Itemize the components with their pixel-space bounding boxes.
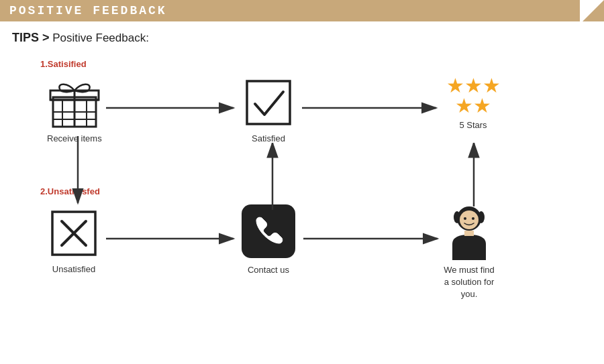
satisfied-icon-box: Satisfied <box>242 76 295 143</box>
solution-caption: We must finda solution foryou. <box>444 264 495 301</box>
five-stars-caption: 5 Stars <box>459 120 487 130</box>
main-content: 1.Satisified 2.Unsatisfsfed <box>0 49 604 344</box>
star-2: ★ <box>464 76 483 96</box>
phone-icon <box>239 202 298 261</box>
arrow-receive-to-satisfied <box>106 101 240 115</box>
arrow-receive-to-unsatisfied <box>71 136 85 210</box>
svg-point-14 <box>454 211 460 223</box>
x-box-icon <box>47 206 101 260</box>
star-5: ★ <box>473 96 491 116</box>
arrow-satisfied-to-stars <box>302 101 443 115</box>
contact-us-icon-box: Contact us <box>239 202 298 275</box>
svg-rect-19 <box>464 231 474 236</box>
satisfied-label: 1.Satisified <box>40 59 87 69</box>
contact-us-caption: Contact us <box>248 265 289 275</box>
arrow-unsatisfied-to-contact <box>106 232 240 245</box>
header-banner: POSITIVE FEEDBACK <box>0 0 604 21</box>
solution-icon-box: We must finda solution foryou. <box>439 200 499 301</box>
svg-point-15 <box>478 211 485 223</box>
flow-diagram: 1.Satisified 2.Unsatisfsfed <box>20 56 584 337</box>
svg-point-17 <box>464 217 466 220</box>
star-1: ★ <box>446 76 464 96</box>
unsatisfied-label: 2.Unsatisfsfed <box>40 186 100 196</box>
tips-line: TIPS > Positive Feedback: <box>0 21 604 49</box>
satisfied-caption: Satisfied <box>252 133 285 143</box>
arrow-contact-to-solution <box>303 232 444 245</box>
receive-items-icon-box: Receive items <box>47 76 102 143</box>
stars-icon-box: ★ ★ ★ ★ ★ 5 Stars <box>443 76 503 130</box>
page: POSITIVE FEEDBACK TIPS > Positive Feedba… <box>0 0 604 364</box>
tips-normal: Positive Feedback: <box>50 32 149 44</box>
person-icon <box>439 200 499 260</box>
svg-point-18 <box>472 217 474 220</box>
star-3: ★ <box>483 76 501 96</box>
star-4: ★ <box>455 96 473 116</box>
svg-rect-8 <box>247 81 290 124</box>
checkmark-icon <box>242 76 295 129</box>
arrow-contact-to-satisfied <box>266 143 279 210</box>
svg-rect-12 <box>242 204 295 258</box>
header-title: POSITIVE FEEDBACK <box>9 4 167 17</box>
arrow-solution-to-stars <box>467 143 481 206</box>
unsatisfied-icon-box: Unsatisfied <box>47 206 101 274</box>
tips-bold: TIPS > <box>12 31 50 44</box>
gift-icon <box>48 76 101 129</box>
stars-icon: ★ ★ ★ ★ ★ <box>443 76 503 116</box>
svg-point-16 <box>460 210 479 229</box>
unsatisfied-caption: Unsatisfied <box>52 264 95 274</box>
